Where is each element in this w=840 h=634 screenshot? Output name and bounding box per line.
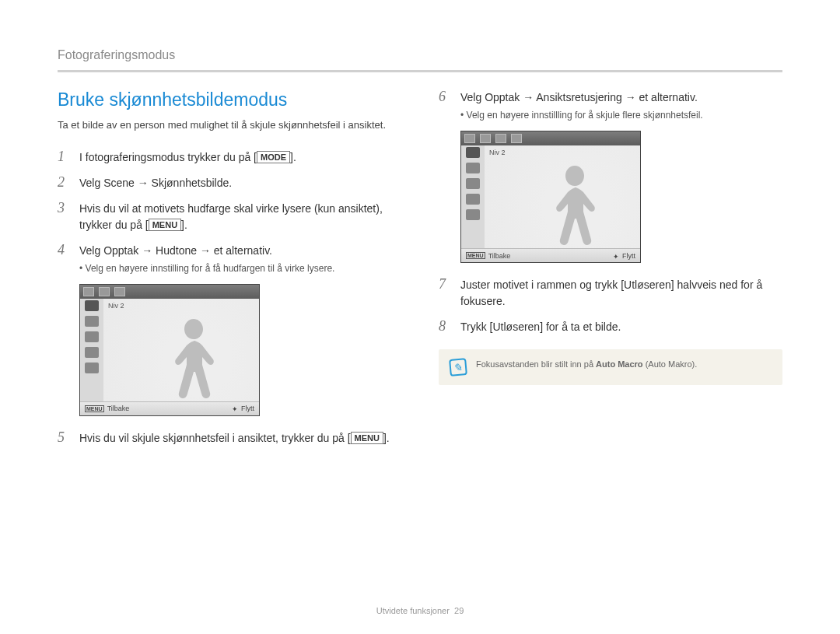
level-label: Niv 2 [108, 302, 124, 310]
step-5: 5 Hvis du vil skjule skjønnhetsfeil i an… [58, 430, 401, 447]
person-silhouette-icon [163, 314, 225, 401]
sidebar-icon [85, 347, 99, 358]
move-label: Flytt [613, 252, 635, 260]
left-column: Bruke skjønnhetsbildemodus Ta et bilde a… [58, 89, 401, 456]
back-label: MENUTilbake [85, 405, 129, 412]
menu-button-label: MENU [351, 432, 383, 444]
step-number: 6 [439, 89, 451, 121]
step-text: Velg Opptak → Hudtone → et alternativ. [79, 244, 272, 257]
step-7: 7 Juster motivet i rammen og trykk [Utlø… [439, 277, 782, 310]
step-text-end: ]. [383, 432, 390, 444]
menu-button-label: MENU [149, 219, 181, 231]
step-number: 5 [58, 430, 70, 447]
step-number: 1 [58, 149, 70, 166]
step-body: Velg Opptak → Hudtone → et alternativ. V… [79, 243, 401, 275]
screenshot-bottombar: MENUTilbake Flytt [80, 401, 259, 415]
move-text: Flytt [622, 252, 635, 260]
right-column: 6 Velg Opptak → Ansiktsretusjering → et … [439, 89, 782, 456]
sidebar-icon [466, 209, 480, 220]
sidebar-icon [85, 363, 99, 373]
tip-bold: Auto Macro [596, 359, 643, 369]
step-1: 1 I fotograferingsmodus trykker du på [M… [58, 149, 401, 166]
back-label: MENUTilbake [466, 252, 510, 260]
dpad-icon [613, 253, 619, 259]
tip-post: (Auto Makro). [643, 359, 698, 369]
topbar-icon [83, 287, 94, 296]
step-sub-bullet: Velg en høyere innstilling for å få hudf… [79, 262, 401, 275]
step-3: 3 Hvis du vil at motivets hudfarge skal … [58, 201, 401, 233]
step-number: 7 [439, 277, 451, 310]
sidebar-icon [85, 300, 99, 311]
menu-tag-icon: MENU [466, 252, 485, 259]
step-body: Velg Scene → Skjønnhetsbilde. [79, 175, 401, 191]
topbar-icon [464, 134, 475, 143]
camera-screenshot-retouch: Niv 2 MENUTilbake Flytt [460, 131, 641, 263]
step-number: 3 [58, 201, 70, 233]
screenshot-main: Niv 2 [103, 299, 259, 401]
step-body: Velg Opptak → Ansiktsretusjering → et al… [460, 89, 782, 121]
screenshot-topbar [80, 285, 259, 299]
screenshot-topbar [461, 131, 640, 145]
tip-pre: Fokusavstanden blir stilt inn på [476, 359, 596, 369]
page-number: 29 [454, 606, 464, 615]
topbar-icon [99, 287, 110, 296]
step-6: 6 Velg Opptak → Ansiktsretusjering → et … [439, 89, 782, 121]
sidebar-icon [466, 163, 480, 173]
back-text: Tilbake [488, 252, 511, 260]
screenshot-main: Niv 2 [485, 145, 640, 248]
step-number: 8 [439, 319, 451, 335]
screenshot-body: Niv 2 [461, 145, 640, 248]
sidebar-icon [466, 178, 480, 189]
topbar-icon [480, 134, 491, 143]
step-2: 2 Velg Scene → Skjønnhetsbilde. [58, 175, 401, 191]
sidebar-icon [466, 147, 480, 158]
step-number: 2 [58, 175, 70, 191]
topbar-icon [114, 287, 125, 296]
person-silhouette-icon [544, 161, 606, 248]
screenshot-bottombar: MENUTilbake Flytt [461, 248, 640, 262]
tip-text: Fokusavstanden blir stilt inn på Auto Ma… [476, 359, 697, 370]
sidebar-icon [85, 331, 99, 342]
page-title: Bruke skjønnhetsbildemodus [58, 89, 401, 110]
step-sub-bullet: Velg en høyere innstillling for å skjule… [460, 109, 782, 121]
screenshot-body: Niv 2 [80, 299, 259, 401]
topbar-icon [495, 134, 506, 143]
dpad-icon [232, 405, 238, 412]
move-text: Flytt [241, 405, 254, 412]
step-8: 8 Trykk [Utløseren] for å ta et bilde. [439, 319, 782, 335]
tip-note: ✎ Fokusavstanden blir stilt inn på Auto … [439, 349, 782, 385]
section-header: Fotograferingsmodus [58, 48, 782, 72]
footer-text: Utvidete funksjoner [376, 606, 450, 615]
page-footer: Utvidete funksjoner 29 [0, 606, 840, 615]
step-body: Hvis du vil skjule skjønnhetsfeil i ansi… [79, 430, 401, 447]
step-text: Hvis du vil at motivets hudfarge skal vi… [79, 202, 383, 231]
step-text-end: ]. [290, 151, 296, 163]
intro-text: Ta et bilde av en person med mulighet ti… [58, 118, 401, 132]
step-body: I fotograferingsmodus trykker du på [MOD… [79, 149, 401, 166]
content-columns: Bruke skjønnhetsbildemodus Ta et bilde a… [58, 89, 782, 456]
move-label: Flytt [232, 405, 254, 412]
step-text: Hvis du vil skjule skjønnhetsfeil i ansi… [79, 432, 351, 444]
step-text: Velg Opptak → Ansiktsretusjering → et al… [460, 91, 698, 103]
step-text: I fotograferingsmodus trykker du på [ [79, 151, 257, 163]
topbar-icon [511, 134, 522, 143]
step-body: Hvis du vil at motivets hudfarge skal vi… [79, 201, 401, 233]
sidebar-icon [466, 194, 480, 205]
mode-button-label: MODE [257, 151, 290, 163]
screenshot-sidebar [461, 145, 485, 248]
step-4: 4 Velg Opptak → Hudtone → et alternativ.… [58, 243, 401, 275]
step-text-end: ]. [181, 219, 187, 231]
step-body: Trykk [Utløseren] for å ta et bilde. [460, 319, 782, 335]
camera-screenshot-hudtone: Niv 2 MENUTilbake Flytt [79, 284, 260, 416]
note-icon: ✎ [449, 358, 467, 377]
sidebar-icon [85, 316, 99, 327]
step-body: Juster motivet i rammen og trykk [Utløse… [460, 277, 782, 310]
menu-tag-icon: MENU [85, 405, 104, 412]
back-text: Tilbake [107, 405, 130, 412]
step-number: 4 [58, 243, 70, 275]
level-label: Niv 2 [489, 149, 506, 156]
screenshot-sidebar [80, 299, 103, 401]
